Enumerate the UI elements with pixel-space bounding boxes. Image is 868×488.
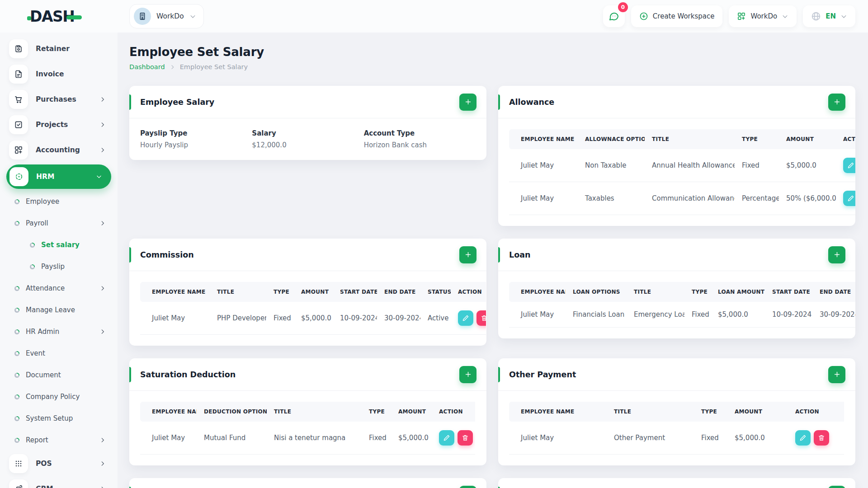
column-header: Start Date xyxy=(333,282,377,302)
sidebar-item-manage-leave[interactable]: Manage Leave xyxy=(0,299,118,321)
chevron-right-icon xyxy=(99,285,106,291)
other-payment-table: Employee NameTitleTypeAmountActionJuliet… xyxy=(509,402,844,455)
bullet-icon xyxy=(30,243,35,248)
company-contribution-add-button[interactable] xyxy=(828,486,845,488)
commission-add-button[interactable] xyxy=(459,246,476,263)
column-header: Type xyxy=(694,402,727,422)
sidebar-item-label: Invoice xyxy=(36,70,64,78)
card-company-contribution: Company Contribution xyxy=(498,478,855,488)
table-cell: $5,000.0 xyxy=(391,422,432,455)
table-cell: $5,000.0 xyxy=(727,422,788,455)
sidebar-item-label: Document xyxy=(26,371,61,379)
column-header: Start Date xyxy=(765,282,812,302)
sidebar-item-projects[interactable]: Projects xyxy=(0,112,118,137)
workspace-avatar xyxy=(134,8,151,25)
trash-icon xyxy=(818,434,825,441)
sidebar-item-retainer[interactable]: Retainer xyxy=(0,36,118,61)
field-label: Salary xyxy=(252,129,363,137)
edit-button[interactable] xyxy=(843,158,855,173)
column-header: Type xyxy=(266,282,294,302)
delete-button[interactable] xyxy=(458,430,473,446)
edit-button[interactable] xyxy=(795,430,811,446)
table-cell: Non Taxable xyxy=(578,149,645,182)
sidebar-item-document[interactable]: Document xyxy=(0,364,118,386)
card-other-payment: Other Payment Employee NameTitleTypeAmou… xyxy=(498,358,855,465)
column-header: Employee Name xyxy=(140,282,210,302)
edit-button[interactable] xyxy=(458,310,473,326)
sidebar-item-label: POS xyxy=(36,460,52,468)
language-selector[interactable]: EN xyxy=(803,5,855,27)
sidebar-item-payslip[interactable]: Payslip xyxy=(0,256,118,277)
loan-add-button[interactable] xyxy=(828,246,845,263)
crm-icon xyxy=(9,479,28,488)
create-workspace-button[interactable]: Create Workspace xyxy=(631,5,723,27)
table-cell: Nisi a tenetur magna xyxy=(267,422,362,455)
sidebar-item-report[interactable]: Report xyxy=(0,429,118,451)
sidebar-item-label: HRM xyxy=(36,173,54,181)
edit-button[interactable] xyxy=(439,430,454,446)
table-cell: Juliet May xyxy=(509,149,578,182)
sidebar-item-label: Event xyxy=(26,349,45,357)
bullet-icon xyxy=(14,199,19,204)
delete-button[interactable] xyxy=(476,310,486,326)
sidebar: RetainerInvoicePurchasesProjectsAccounti… xyxy=(0,33,118,488)
column-header: Title xyxy=(607,402,694,422)
sidebar-item-hr-admin[interactable]: HR Admin xyxy=(0,321,118,343)
sidebar-item-label: Attendance xyxy=(26,284,65,292)
delete-button[interactable] xyxy=(814,430,829,446)
column-header: Amount xyxy=(779,129,836,149)
sidebar-item-event[interactable]: Event xyxy=(0,343,118,364)
bullet-icon xyxy=(30,264,35,269)
sidebar-item-payroll[interactable]: Payroll xyxy=(0,212,118,234)
page-title: Employee Set Salary xyxy=(129,45,855,59)
saturation-deduction-add-button[interactable] xyxy=(459,366,476,383)
sidebar-item-purchases[interactable]: Purchases xyxy=(0,87,118,112)
allowance-add-button[interactable] xyxy=(828,94,845,111)
card-commission: Commission Employee NameTitleTypeAmountS… xyxy=(129,239,486,346)
table-row: Juliet MayMutual FundNisi a tenetur magn… xyxy=(140,422,475,455)
retainer-icon xyxy=(9,39,28,58)
table-cell: 50% ($6,000.0) xyxy=(779,182,836,215)
sidebar-item-employee[interactable]: Employee xyxy=(0,191,118,212)
column-header: Title xyxy=(645,129,735,149)
workdo-menu-button[interactable]: WorkDo xyxy=(729,5,797,27)
chevron-down-icon xyxy=(96,174,102,180)
app-logo[interactable]: DASH xyxy=(0,8,118,25)
trash-icon xyxy=(481,314,486,322)
other-payment-add-button[interactable] xyxy=(828,366,845,383)
chevron-right-icon xyxy=(99,122,106,128)
sidebar-item-hrm[interactable]: HRM xyxy=(6,164,111,189)
cards-grid: Employee Salary Payslip Type Hourly Pays… xyxy=(129,86,855,488)
table-header-row: Employee NameTitleTypeAmountAction xyxy=(509,402,844,422)
table-cell: 10-09-2024 xyxy=(765,302,812,328)
column-header: Employee Name xyxy=(509,282,566,302)
main-content: Employee Set Salary Dashboard Employee S… xyxy=(118,33,868,488)
breadcrumb-dashboard-link[interactable]: Dashboard xyxy=(129,63,165,70)
sidebar-item-accounting[interactable]: Accounting xyxy=(0,137,118,163)
sidebar-item-company-policy[interactable]: Company Policy xyxy=(0,386,118,408)
card-body: Employee NameDeduction OptionTitleTypeAm… xyxy=(129,391,486,465)
edit-button[interactable] xyxy=(843,191,855,206)
table-cell: Fixed xyxy=(362,422,391,455)
sidebar-item-attendance[interactable]: Attendance xyxy=(0,277,118,299)
messages-button[interactable]: 0 xyxy=(603,5,625,27)
sidebar-item-invoice[interactable]: Invoice xyxy=(0,61,118,87)
sidebar-item-pos[interactable]: POS xyxy=(0,451,118,476)
bullet-icon xyxy=(14,308,19,313)
building-icon xyxy=(138,12,147,21)
plus-icon xyxy=(833,371,841,378)
sidebar-item-set-salary[interactable]: Set salary xyxy=(0,234,118,256)
overtime-add-button[interactable] xyxy=(459,486,476,488)
employee-salary-add-button[interactable] xyxy=(459,94,476,111)
table-cell: Other Payment xyxy=(607,422,694,455)
column-header: Allownace Option xyxy=(578,129,645,149)
sidebar-item-label: Retainer xyxy=(36,45,70,53)
field-label: Payslip Type xyxy=(140,129,252,137)
column-header: Amount xyxy=(294,282,333,302)
sidebar-item-label: Employee xyxy=(26,197,59,206)
column-header: Title xyxy=(210,282,266,302)
workspace-switcher[interactable]: WorkDo xyxy=(129,4,204,28)
sidebar-item-crm[interactable]: CRM xyxy=(0,476,118,488)
sidebar-item-system-setup[interactable]: System Setup xyxy=(0,408,118,429)
bullet-icon xyxy=(14,373,19,378)
